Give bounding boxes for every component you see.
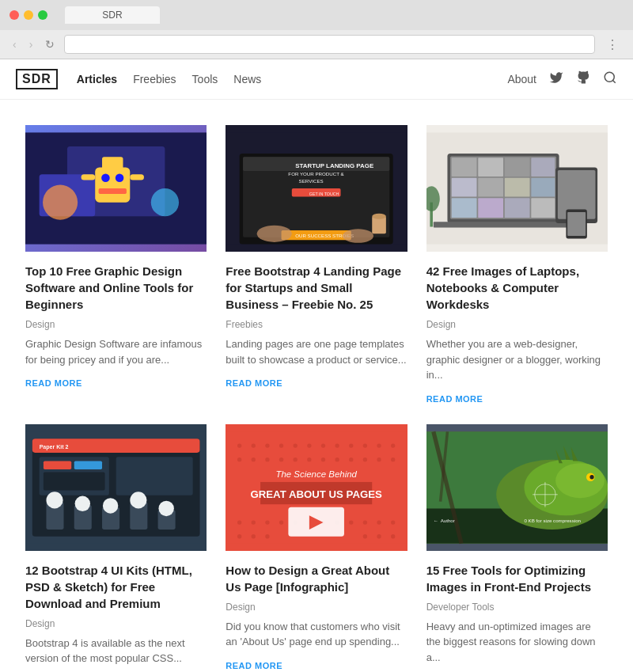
svg-rect-9 [99,188,127,194]
article-card: Paper Kit 2 [16,415,216,673]
header-right: About [507,70,617,88]
svg-text:GREAT ABOUT US PAGES: GREAT ABOUT US PAGES [251,488,383,500]
svg-point-71 [237,443,241,447]
article-image: ← Author 0 KB for size compression [426,424,608,551]
svg-point-13 [151,188,179,216]
svg-point-76 [308,443,312,447]
article-title: 15 Free Tools for Optimizing Images in F… [426,562,608,595]
svg-text:Paper Kit 2: Paper Kit 2 [40,443,69,450]
svg-rect-38 [504,178,529,197]
svg-point-72 [252,443,256,447]
browser-chrome: SDR ‹ › ↻ ⋮ [0,0,633,59]
svg-rect-57 [44,461,71,469]
svg-rect-43 [531,198,555,218]
maximize-button[interactable] [38,10,47,20]
article-excerpt: Did you know that customers who visit an… [226,619,407,650]
article-card: 42 Free Images of Laptops, Notebooks & C… [417,116,617,415]
close-button[interactable] [9,10,19,20]
svg-point-104 [363,520,367,524]
svg-point-86 [279,457,283,461]
svg-point-79 [349,443,353,447]
svg-rect-32 [451,158,476,177]
browser-tab[interactable]: SDR [65,6,160,24]
svg-point-12 [43,185,78,220]
nav-news[interactable]: News [233,73,261,85]
svg-text:Author: Author [440,518,454,523]
address-bar[interactable] [64,35,595,54]
svg-point-91 [349,457,353,461]
article-title: 42 Free Images of Laptops, Notebooks & C… [426,263,608,313]
github-icon[interactable] [576,70,590,88]
svg-point-73 [266,443,270,447]
svg-text:STARTUP LANDING PAGE: STARTUP LANDING PAGE [296,162,374,169]
search-icon[interactable] [603,70,617,88]
svg-rect-42 [504,198,529,218]
svg-rect-34 [504,158,529,177]
twitter-icon[interactable] [549,70,563,88]
article-image [426,125,608,252]
svg-point-75 [294,443,298,447]
svg-point-65 [103,498,118,513]
article-category: Design [25,618,207,629]
article-card: Top 10 Free Graphic Design Software and … [16,116,216,415]
article-image: STARTUP LANDING PAGE FOR YOUR PRODUCT & … [226,125,407,252]
svg-text:The Science Behind: The Science Behind [276,469,358,478]
svg-point-123 [555,463,605,498]
article-excerpt: Heavy and un-optimized images are the bi… [426,619,608,666]
svg-text:SERVICES: SERVICES [299,178,324,184]
nav-articles[interactable]: Articles [77,73,117,85]
svg-point-109 [266,534,270,538]
svg-point-8 [116,173,124,182]
svg-point-87 [294,457,298,461]
refresh-button[interactable]: ↻ [42,36,58,52]
forward-button[interactable]: › [26,36,36,52]
article-excerpt: Graphic Design Software are infamous for… [25,336,207,367]
article-card: STARTUP LANDING PAGE FOR YOUR PRODUCT & … [216,116,416,415]
nav-freebies[interactable]: Freebies [133,73,176,85]
nav-tools[interactable]: Tools [192,73,218,85]
svg-rect-48 [567,212,586,236]
article-title: Free Bootstrap 4 Landing Page for Startu… [226,263,407,313]
svg-rect-59 [44,472,105,490]
svg-point-111 [377,534,381,538]
article-category: Design [426,319,608,330]
svg-text:FOR YOUR PRODUCT &: FOR YOUR PRODUCT & [289,171,345,177]
read-more-button[interactable]: READ MORE [226,661,282,670]
browser-menu-button[interactable]: ⋮ [601,36,624,54]
svg-line-1 [612,80,615,82]
browser-toolbar: ‹ › ↻ ⋮ [0,30,633,59]
article-card: ← Author 0 KB for size compression 15 Fr… [417,415,617,673]
read-more-button[interactable]: READ MORE [226,378,282,388]
read-more-button[interactable]: READ MORE [25,378,82,388]
svg-point-110 [363,534,367,538]
svg-point-26 [343,229,374,243]
svg-point-77 [321,443,325,447]
site-header: SDR Articles Freebies Tools News About [0,59,633,100]
svg-rect-6 [102,157,123,171]
article-category: Design [25,319,207,330]
svg-point-96 [252,520,256,524]
minimize-button[interactable] [24,10,33,20]
svg-point-92 [363,457,367,461]
svg-rect-44 [433,222,572,227]
back-button[interactable]: ‹ [9,36,20,52]
svg-point-89 [321,457,325,461]
site-nav: Articles Freebies Tools News [77,73,508,85]
svg-point-103 [349,520,353,524]
svg-point-112 [391,534,395,538]
read-more-button[interactable]: READ MORE [426,394,483,404]
svg-text:GET IN TOUCH: GET IN TOUCH [309,192,339,196]
svg-rect-33 [478,158,503,177]
article-title: How to Design a Great About Us Page [Inf… [226,562,407,595]
svg-rect-35 [531,158,555,177]
svg-rect-40 [451,198,476,218]
svg-point-63 [75,495,90,511]
article-excerpt: Whether you are a web-designer, graphic … [426,336,608,383]
svg-point-84 [252,457,256,461]
about-link[interactable]: About [507,73,536,85]
svg-rect-37 [478,178,503,197]
svg-point-107 [237,534,241,538]
svg-point-97 [266,520,270,524]
article-excerpt: Landing pages are one page templates bui… [226,336,407,367]
article-image: Paper Kit 2 [25,424,207,551]
